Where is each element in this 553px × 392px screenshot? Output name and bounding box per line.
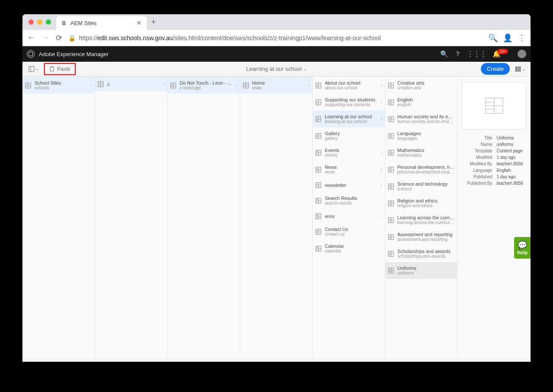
meta-value: Content page — [496, 149, 522, 153]
column-item[interactable]: Events events › — [313, 144, 385, 161]
column: z › — [95, 77, 168, 357]
column-item[interactable]: newsletter › — [313, 178, 385, 192]
page-icon — [315, 213, 321, 219]
column-item[interactable]: Learning across the curriculum learning-… — [385, 212, 458, 228]
zoom-icon[interactable]: 🔍 — [488, 33, 497, 43]
page-icon — [388, 150, 394, 156]
new-tab-button[interactable]: + — [151, 18, 156, 27]
paste-label: Paste — [57, 66, 70, 72]
column-item[interactable]: Assessment and reporting assessment-and-… — [385, 228, 458, 245]
column-item[interactable]: Personal development, health ... persona… — [385, 161, 458, 178]
minimize-window-icon[interactable] — [37, 19, 42, 25]
chevron-right-icon: › — [381, 150, 382, 155]
help-icon[interactable]: ？ — [454, 50, 461, 58]
column-item[interactable]: Uniforms uniforms — [385, 262, 458, 279]
help-widget[interactable]: 💬 Help — [514, 237, 531, 259]
page-icon — [388, 167, 394, 173]
column-item[interactable]: English english — [385, 94, 458, 111]
column-item[interactable]: Contact Us contact-us — [313, 223, 385, 240]
item-name: personal-development-health... — [397, 170, 455, 174]
meta-value: 1 day ago — [496, 174, 515, 179]
page-icon — [315, 82, 321, 89]
item-title: Learning at our school — [325, 114, 382, 119]
page-icon: 🗎 — [61, 20, 67, 26]
paste-icon — [49, 66, 54, 72]
item-title: Calendar — [325, 243, 382, 249]
url-bar[interactable]: 🔒 https://edit.sws.schools.nsw.gov.au/si… — [68, 35, 483, 41]
item-name: science — [397, 187, 455, 191]
item-name: supporting-our-students — [325, 102, 382, 107]
page-icon — [388, 82, 394, 89]
close-window-icon[interactable] — [29, 19, 34, 25]
column-item[interactable]: error › — [313, 209, 385, 223]
item-name: news — [325, 170, 382, 174]
chevron-right-icon: › — [308, 83, 309, 88]
create-button[interactable]: Create — [481, 63, 510, 75]
column-view: School Sites schools › z › Do Not Touch … — [22, 76, 531, 357]
meta-key: Modified — [462, 155, 492, 160]
column-item[interactable]: About our school about-our-school › — [313, 77, 385, 94]
item-title: Languages — [397, 131, 455, 136]
column-item[interactable]: Calendar calendar — [313, 240, 385, 257]
item-name: creative-arts — [397, 85, 455, 90]
column-item[interactable]: Home www › — [240, 77, 312, 94]
back-button[interactable]: ← — [27, 33, 35, 42]
column-item[interactable]: Creative arts creative-arts — [385, 77, 458, 94]
chevron-right-icon: › — [235, 83, 237, 88]
browser-menu-icon[interactable]: ⋮ — [518, 33, 526, 43]
item-name: scholarships-and-awards — [397, 254, 455, 259]
chat-icon: 💬 — [518, 240, 527, 250]
profile-icon[interactable]: 👤 — [503, 33, 512, 43]
apps-icon[interactable]: ⋮⋮⋮ — [467, 50, 486, 58]
item-title: English — [397, 97, 455, 102]
column-item[interactable]: Science and technology science — [385, 178, 458, 195]
view-switcher[interactable]: ⌄ — [513, 64, 527, 74]
item-name: mathematics — [397, 153, 455, 158]
browser-tab[interactable]: 🗎 AEM Sites ✕ — [56, 16, 147, 30]
item-name: schools — [35, 85, 92, 90]
column-item[interactable]: z › — [95, 77, 167, 91]
search-icon[interactable]: 🔍 — [440, 50, 448, 58]
column-item[interactable]: Do Not Touch - Leon - ... z-trainingpl › — [168, 77, 240, 94]
column-item[interactable]: Scholarships and awards scholarships-and… — [385, 245, 458, 262]
item-title: Learning across the curriculum — [397, 215, 455, 220]
column-item[interactable]: Human society and its environ... human-s… — [385, 111, 458, 127]
forward-button[interactable]: → — [41, 33, 49, 42]
page-icon — [315, 246, 321, 252]
page-icon — [25, 82, 31, 89]
column-item[interactable]: News news › — [313, 161, 385, 178]
page-icon — [170, 82, 176, 89]
column-item[interactable]: Languages languages — [385, 127, 458, 144]
item-title: Supporting our students — [325, 97, 382, 102]
user-avatar[interactable] — [518, 50, 526, 58]
item-name: contact-us — [325, 232, 382, 237]
maximize-window-icon[interactable] — [46, 19, 51, 25]
page-icon — [315, 116, 321, 122]
column-item[interactable]: Gallery gallery › — [313, 127, 385, 144]
column-item[interactable]: Learning at our school learning-at-our-s… — [313, 111, 385, 127]
meta-value: English — [496, 168, 511, 173]
column-item[interactable]: Mathematics mathematics — [385, 144, 458, 161]
item-name: about-our-school — [325, 85, 382, 90]
column-item[interactable]: Search Results search-results — [313, 192, 385, 209]
paste-button[interactable]: Paste — [44, 63, 76, 75]
item-title: Search Results — [325, 196, 382, 201]
aem-logo-icon[interactable] — [27, 50, 35, 58]
column: Home www › — [240, 77, 313, 357]
close-tab-icon[interactable]: ✕ — [137, 19, 142, 26]
item-name: languages — [397, 136, 455, 141]
column-item[interactable]: School Sites schools › — [22, 77, 95, 94]
rail-toggle-button[interactable]: ⌄ — [26, 64, 41, 74]
item-name: english — [397, 102, 455, 107]
column-item[interactable]: Supporting our students supporting-our-s… — [313, 94, 385, 111]
chevron-right-icon: › — [381, 83, 382, 88]
horizontal-scrollbar[interactable] — [22, 357, 531, 362]
reload-button[interactable]: ⟳ — [54, 33, 63, 43]
item-title: Creative arts — [397, 80, 455, 85]
meta-key: Template — [462, 149, 492, 153]
chevron-right-icon: › — [163, 82, 164, 86]
breadcrumb[interactable]: Learning at our school ⌄ — [246, 66, 307, 72]
svg-rect-4 — [515, 66, 517, 72]
item-name: events — [325, 153, 382, 158]
column-item[interactable]: Religion and ethics religion-and-ethics — [385, 195, 458, 212]
